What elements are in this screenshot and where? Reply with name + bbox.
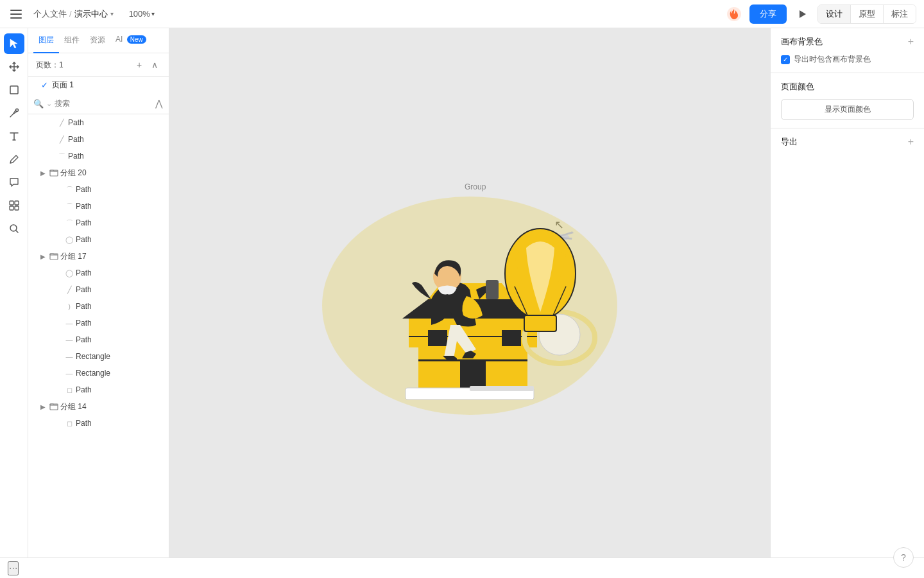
layer-item[interactable]: — Path [28,315,169,331]
layer-item[interactable]: ) Path [28,298,169,315]
layer-group-17[interactable]: ▶ 分组 17 [28,248,169,265]
page-check-icon: ✓ [41,80,48,90]
layer-item[interactable]: ⌒ Path [28,181,169,198]
move-icon [8,61,20,73]
breadcrumb-title[interactable]: 演示中心 ▾ [74,8,114,20]
tab-layers[interactable]: 图层 [33,28,59,53]
page-label: 页面 1 [52,80,74,91]
menu-button[interactable] [8,4,28,24]
select-tool-button[interactable] [4,33,24,54]
layer-item[interactable]: ◻ Path [28,415,169,432]
add-page-button[interactable]: + [133,58,146,71]
search-icon [8,223,20,234]
layer-item[interactable]: ╱ Path [28,114,169,131]
rect-icon: — [64,351,74,362]
export-section: 导出 + [771,128,924,155]
rectangle-icon [8,84,20,96]
bottombar: ··· [0,557,924,578]
export-title: 导出 [781,136,798,148]
svg-rect-28 [524,315,556,331]
canvas-area[interactable]: Group [169,28,770,557]
text-tool-button[interactable] [4,126,24,146]
topbar: 个人文件 / 演示中心 ▾ 100% ▾ 分享 设计 原型 标注 [0,0,924,28]
select-icon [8,38,20,49]
tab-components[interactable]: 组件 [59,28,85,53]
layer-group-14[interactable]: ▶ 分组 14 [28,398,169,415]
menu-icon [10,6,26,22]
path-icon: ◯ [64,234,74,245]
components-tool-button[interactable] [4,195,24,216]
flame-icon [726,6,742,22]
pages-section: 页数：1 + ∧ [28,53,169,77]
tab-assets[interactable]: 资源 [85,28,110,53]
path-icon: ) [64,301,74,311]
layer-item[interactable]: ╱ Path [28,281,169,298]
show-page-color-button[interactable]: 显示页面颜色 [781,99,914,120]
svg-rect-30 [486,280,499,299]
layer-item[interactable]: ◻ Path [28,381,169,398]
svg-point-3 [15,109,18,112]
layer-item[interactable]: — Path [28,331,169,348]
path-icon: ◻ [64,418,74,428]
svg-rect-17 [460,360,486,389]
path-icon: — [64,335,74,345]
tab-ai[interactable]: AI New [110,28,151,53]
tab-prototype[interactable]: 原型 [851,5,884,23]
layer-item[interactable]: ◯ Path [28,231,169,248]
new-badge: New [127,35,146,44]
play-icon [796,8,808,20]
title-chevron-icon: ▾ [110,10,114,17]
play-button[interactable] [792,4,812,24]
svg-rect-5 [15,201,19,205]
layer-item[interactable]: ◯ Path [28,265,169,281]
canvas-bg-header: 画布背景色 + [781,36,914,48]
mode-tabs: 设计 原型 标注 [817,4,916,24]
pen-icon [8,107,20,119]
svg-rect-4 [10,201,13,205]
svg-rect-32 [470,386,534,391]
layer-item[interactable]: ⌒ Path [28,148,169,164]
search-layers-icon: 🔍 [33,99,44,109]
breadcrumb-sep: / [69,9,72,19]
move-tool-button[interactable] [4,57,24,77]
pencil-tool-button[interactable] [4,149,24,170]
rectangle-tool-button[interactable] [4,80,24,100]
export-include-checkbox[interactable] [781,55,790,64]
pages-label: 页数：1 [36,60,64,71]
search-filter-icon[interactable]: ⌄ [46,100,52,108]
svg-rect-6 [10,206,13,210]
layer-rect-2[interactable]: — Rectangle [28,365,169,381]
page-item-1[interactable]: ✓ 页面 1 [28,77,169,93]
brand-icon-button[interactable] [724,4,744,24]
zoom-chevron-icon: ▾ [151,10,155,17]
illustration [303,171,637,415]
pen-tool-button[interactable] [4,103,24,123]
path-icon: ⌒ [56,151,67,161]
text-icon [8,130,20,142]
tab-design[interactable]: 设计 [818,5,851,23]
svg-rect-18 [428,330,447,346]
canvas-bg-add-button[interactable]: + [908,36,914,48]
search-tool-button[interactable] [4,218,24,239]
layers-collapse-button[interactable]: ⋀ [153,97,164,110]
share-button[interactable]: 分享 [749,4,787,24]
comment-tool-button[interactable] [4,172,24,193]
layer-rect-1[interactable]: — Rectangle [28,348,169,365]
help-button[interactable]: ? [893,547,914,568]
layer-group-20[interactable]: ▶ 分组 20 [28,164,169,181]
breadcrumb: 个人文件 / 演示中心 ▾ [33,8,114,20]
layer-item[interactable]: ⌒ Path [28,215,169,231]
path-icon: ◻ [64,385,74,395]
zoom-control[interactable]: 100% ▾ [129,9,155,19]
tab-annotation[interactable]: 标注 [884,5,916,23]
path-icon: ⌒ [64,201,74,211]
collapse-pages-button[interactable]: ∧ [148,58,161,71]
toolbox [0,28,28,557]
folder-icon [49,251,59,261]
layers-search-input[interactable] [55,99,151,108]
layer-item[interactable]: ╱ Path [28,131,169,148]
layer-item[interactable]: ⌒ Path [28,198,169,215]
more-options-button[interactable]: ··· [8,561,19,575]
export-add-button[interactable]: + [908,136,914,148]
folder-icon [49,168,59,178]
